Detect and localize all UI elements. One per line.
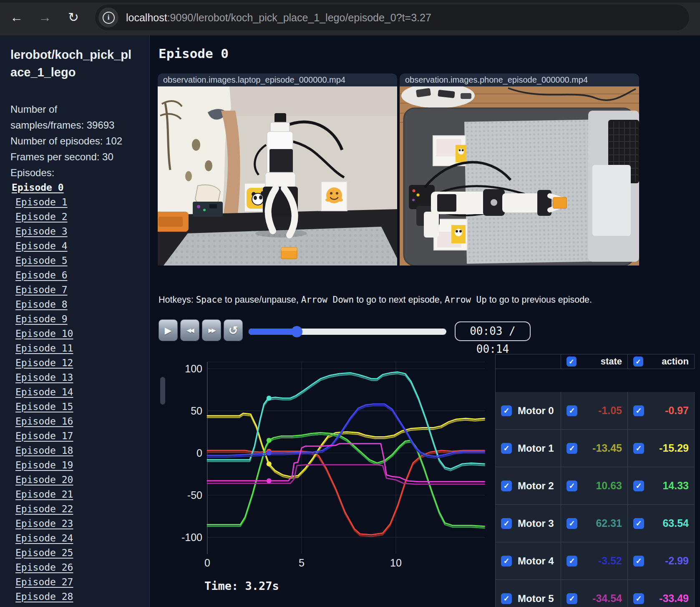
sidebar-episode-link[interactable]: Episode 0 bbox=[12, 180, 145, 195]
sidebar-episode-link[interactable]: Episode 15 bbox=[12, 400, 145, 414]
sidebar-episode-link[interactable]: Episode 24 bbox=[12, 531, 145, 546]
fast-forward-icon: ▶▶ bbox=[208, 327, 215, 334]
state-checkbox[interactable]: ✓ bbox=[567, 518, 577, 529]
motor-label: Motor 1 bbox=[518, 443, 554, 454]
state-checkbox[interactable]: ✓ bbox=[567, 556, 577, 567]
current-time-marker bbox=[267, 438, 272, 443]
rewind-button[interactable]: ◀◀ bbox=[180, 319, 199, 341]
action-column-checkbox[interactable]: ✓ bbox=[633, 357, 643, 367]
sidebar-episode-link[interactable]: Episode 6 bbox=[12, 268, 145, 283]
motor-checkbox[interactable]: ✓ bbox=[501, 443, 512, 454]
sidebar-episode-link[interactable]: Episode 9 bbox=[12, 312, 145, 326]
state-column-checkbox[interactable]: ✓ bbox=[567, 357, 577, 367]
action-checkbox[interactable]: ✓ bbox=[633, 556, 644, 567]
hotkeys-help: Hotkeys: Space to pause/unpause, Arrow D… bbox=[159, 295, 659, 305]
current-time-marker bbox=[267, 450, 272, 455]
action-checkbox[interactable]: ✓ bbox=[633, 481, 644, 491]
sidebar-episode-link[interactable]: Episode 11 bbox=[12, 341, 145, 356]
video-player-laptop[interactable]: observation.images.laptop_episode_000000… bbox=[158, 73, 397, 266]
y-tick-label: 50 bbox=[191, 405, 202, 417]
motor-checkbox[interactable]: ✓ bbox=[501, 518, 512, 529]
rewind-icon: ◀◀ bbox=[186, 327, 193, 334]
video-title: observation.images.phone_episode_000000.… bbox=[400, 73, 639, 86]
video-player-phone[interactable]: observation.images.phone_episode_000000.… bbox=[400, 73, 639, 266]
table-header-action: ✓ action bbox=[628, 354, 695, 369]
fast-forward-button[interactable]: ▶▶ bbox=[202, 319, 221, 341]
stat-line: samples/frames: 39693 bbox=[10, 117, 144, 133]
motor-checkbox[interactable]: ✓ bbox=[501, 556, 512, 567]
lego-brick bbox=[553, 197, 567, 208]
state-cell: ✓-1.05 bbox=[561, 392, 628, 430]
sidebar-episode-link[interactable]: Episode 26 bbox=[12, 560, 145, 575]
action-cell: ✓-2.99 bbox=[628, 542, 695, 580]
sidebar-episode-link[interactable]: Episode 8 bbox=[12, 297, 145, 312]
seek-slider-thumb[interactable] bbox=[291, 326, 302, 337]
y-tick-label: 100 bbox=[185, 363, 202, 374]
sidebar-episode-link[interactable]: Episode 2 bbox=[12, 210, 145, 224]
motor-label-cell: ✓Motor 4 bbox=[496, 542, 561, 580]
action-checkbox[interactable]: ✓ bbox=[633, 593, 644, 604]
seek-slider[interactable] bbox=[249, 329, 446, 335]
sidebar-episode-link[interactable]: Episode 29 bbox=[12, 604, 145, 607]
motor-checkbox[interactable]: ✓ bbox=[501, 593, 512, 604]
hotkeys-text: to go to next episode, bbox=[354, 295, 445, 305]
sidebar-episode-link[interactable]: Episode 28 bbox=[12, 589, 145, 604]
state-value: -34.54 bbox=[592, 592, 622, 604]
action-value: -2.99 bbox=[665, 555, 689, 567]
motor-label-cell: ✓Motor 3 bbox=[496, 505, 561, 542]
person bbox=[158, 86, 240, 214]
sidebar-episode-link[interactable]: Episode 18 bbox=[12, 443, 145, 458]
state-checkbox[interactable]: ✓ bbox=[567, 405, 577, 416]
site-info-button[interactable]: i bbox=[98, 8, 118, 28]
sidebar-episode-link[interactable]: Episode 21 bbox=[12, 487, 145, 502]
sidebar-episode-link[interactable]: Episode 1 bbox=[12, 195, 145, 210]
motor-label-cell: ✓Motor 1 bbox=[496, 430, 561, 467]
action-checkbox[interactable]: ✓ bbox=[633, 405, 644, 416]
lego-brick bbox=[281, 248, 297, 259]
address-bar[interactable]: i localhost:9090/lerobot/koch_pick_place… bbox=[95, 5, 689, 30]
sidebar-episode-link[interactable]: Episode 17 bbox=[12, 429, 145, 443]
x-tick-label: 0 bbox=[204, 557, 210, 569]
key-arrow-down: Arrow Down bbox=[301, 295, 354, 305]
action-checkbox[interactable]: ✓ bbox=[633, 443, 644, 454]
sidebar-episode-link[interactable]: Episode 13 bbox=[12, 370, 145, 385]
loop-icon: ↺ bbox=[228, 324, 238, 337]
forward-icon[interactable]: → bbox=[36, 8, 54, 27]
sidebar-episode-link[interactable]: Episode 23 bbox=[12, 516, 145, 531]
key-space: Space bbox=[196, 295, 222, 305]
state-checkbox[interactable]: ✓ bbox=[567, 443, 577, 454]
sidebar-episode-link[interactable]: Episode 10 bbox=[12, 326, 145, 341]
sidebar: lerobot/koch_pick_place_1_lego Number of… bbox=[0, 35, 150, 607]
back-icon[interactable]: ← bbox=[8, 8, 26, 27]
reload-icon[interactable]: ↻ bbox=[64, 8, 83, 27]
play-button[interactable]: ▶ bbox=[159, 319, 178, 341]
sidebar-episode-link[interactable]: Episode 20 bbox=[12, 473, 145, 487]
loop-button[interactable]: ↺ bbox=[224, 319, 243, 341]
sidebar-episode-link[interactable]: Episode 5 bbox=[12, 253, 145, 268]
url-path: :9090/lerobot/koch_pick_place_1_lego/epi… bbox=[167, 12, 431, 23]
info-icon: i bbox=[103, 12, 115, 24]
sidebar-episode-link[interactable]: Episode 12 bbox=[12, 356, 145, 370]
sidebar-episode-link[interactable]: Episode 3 bbox=[12, 224, 145, 239]
sidebar-episode-link[interactable]: Episode 22 bbox=[12, 502, 145, 516]
stat-line: Number of episodes: 102 bbox=[10, 133, 144, 149]
motor-label: Motor 5 bbox=[518, 593, 554, 604]
y-tick-label: -50 bbox=[187, 489, 202, 501]
sidebar-episode-link[interactable]: Episode 4 bbox=[12, 239, 145, 253]
sidebar-episode-link[interactable]: Episode 25 bbox=[12, 546, 145, 560]
sidebar-episode-link[interactable]: Episode 16 bbox=[12, 414, 145, 429]
state-checkbox[interactable]: ✓ bbox=[567, 593, 577, 604]
sidebar-episode-link[interactable]: Episode 19 bbox=[12, 458, 145, 473]
url-text: localhost:9090/lerobot/koch_pick_place_1… bbox=[126, 5, 431, 30]
play-icon: ▶ bbox=[165, 325, 172, 336]
action-checkbox[interactable]: ✓ bbox=[633, 518, 644, 529]
sidebar-episode-link[interactable]: Episode 14 bbox=[12, 385, 145, 400]
sidebar-episode-link[interactable]: Episode 27 bbox=[12, 575, 145, 589]
sidebar-episode-link[interactable]: Episode 7 bbox=[12, 283, 145, 297]
state-checkbox[interactable]: ✓ bbox=[567, 481, 577, 491]
motor-checkbox[interactable]: ✓ bbox=[501, 405, 512, 416]
motor-checkbox[interactable]: ✓ bbox=[501, 481, 512, 491]
emoji-box bbox=[321, 182, 347, 211]
storage-box-top bbox=[433, 136, 466, 166]
page-title: Episode 0 bbox=[159, 46, 229, 61]
